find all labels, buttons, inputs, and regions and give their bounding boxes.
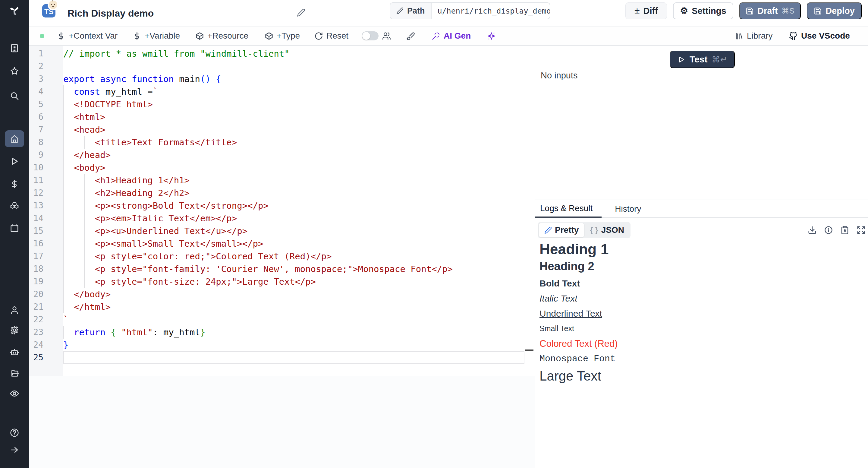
code-text[interactable]: ` [63, 313, 68, 326]
sidebar-item-dollar-icon[interactable] [0, 179, 29, 189]
expand-icon[interactable] [857, 226, 866, 235]
code-text[interactable]: <p style="color: red;">Colored Text (Red… [63, 250, 332, 263]
code-text[interactable]: <p style="font-family: 'Courier New', mo… [63, 263, 453, 275]
code-line[interactable]: 5 <!DOCTYPE html> [29, 98, 535, 111]
code-line[interactable]: 3export async function main() { [29, 73, 535, 85]
sidebar-item-calendar-icon[interactable] [0, 224, 29, 233]
sidebar-item-search-icon[interactable] [0, 91, 29, 101]
download-result-icon[interactable] [808, 226, 817, 235]
code-line[interactable]: 10 <body> [29, 161, 535, 174]
test-button[interactable]: Test ⌘↵ [670, 51, 735, 68]
code-text[interactable]: <h2>Heading 2</h2> [63, 187, 190, 199]
code-text[interactable]: // import * as wmill from "windmill-clie… [63, 47, 290, 60]
edit-title-pencil-icon[interactable] [297, 8, 305, 17]
code-text[interactable]: <p style="font-size: 24px;">Large Text</… [63, 275, 316, 288]
info-icon[interactable] [824, 226, 833, 235]
add-resource-button[interactable]: +Resource [195, 27, 248, 45]
sidebar-item-user-icon[interactable] [0, 305, 29, 315]
code-text[interactable]: </body> [63, 288, 111, 301]
save-draft-button[interactable]: Draft ⌘S [739, 2, 801, 19]
code-text[interactable]: <p><em>Italic Text</em></p> [63, 212, 237, 225]
code-line[interactable]: 2 [29, 60, 535, 73]
code-line[interactable]: 21 </html> [29, 301, 535, 313]
use-vscode-button[interactable]: Use VScode [789, 27, 850, 45]
sidebar-item-folder-open-icon[interactable] [0, 369, 29, 378]
code-text[interactable]: <head> [63, 123, 105, 136]
code-text[interactable]: <title>Text Formats</title> [63, 136, 237, 149]
code-line[interactable]: 17 <p style="color: red;">Colored Text (… [29, 250, 535, 263]
code-line[interactable]: 7 <head> [29, 123, 535, 136]
tab-history[interactable]: History [601, 200, 650, 218]
sidebar-item-home-icon[interactable] [5, 130, 24, 147]
path-field[interactable]: Path u/henri/rich_display_demo [390, 2, 550, 19]
code-line[interactable]: 24} [29, 339, 535, 351]
windmill-logo-icon[interactable] [0, 5, 29, 15]
settings-button[interactable]: ⚙ Settings [673, 2, 733, 19]
multiplayer-toggle[interactable] [362, 27, 378, 45]
json-view-button[interactable]: { } JSON [584, 223, 629, 237]
code-text[interactable]: export async function main() { [63, 73, 221, 85]
code-text[interactable]: <!DOCTYPE html> [63, 98, 153, 111]
add-context-var-button[interactable]: +Context Var [57, 27, 118, 45]
code-line[interactable]: 15 <p><u>Underlined Text</u></p> [29, 225, 535, 237]
toggle-switch[interactable] [362, 31, 378, 40]
code-line[interactable]: 12 <h2>Heading 2</h2> [29, 187, 535, 199]
code-text[interactable] [63, 351, 63, 364]
deploy-button[interactable]: Deploy [807, 2, 862, 19]
users-icon-button[interactable] [382, 27, 391, 45]
sidebar-item-boxes-icon[interactable] [0, 201, 29, 211]
code-text[interactable]: return { "html": my_html} [63, 326, 205, 339]
sparkles-button[interactable] [487, 27, 496, 45]
sidebar-item-star-icon[interactable] [0, 66, 29, 76]
line-number: 2 [29, 60, 63, 73]
add-type-button[interactable]: +Type [265, 27, 300, 45]
code-text[interactable]: </html> [63, 301, 111, 313]
code-text[interactable]: <body> [63, 161, 105, 174]
sidebar-item-arrow-right-icon[interactable] [0, 445, 29, 455]
sidebar-item-play-icon[interactable] [0, 156, 29, 166]
code-text[interactable] [63, 60, 63, 73]
code-line[interactable]: 16 <p><small>Small Text</small></p> [29, 237, 535, 250]
panel-resize-divider[interactable] [535, 46, 535, 468]
code-text[interactable]: <p><u>Underlined Text</u></p> [63, 225, 247, 237]
code-text[interactable]: </head> [63, 149, 111, 161]
sidebar-item-eye-icon[interactable] [0, 389, 29, 398]
code-editor[interactable]: 1// import * as wmill from "windmill-cli… [29, 46, 535, 468]
pretty-view-button[interactable]: Pretty [538, 223, 584, 237]
code-line[interactable]: 1// import * as wmill from "windmill-cli… [29, 47, 535, 60]
code-line[interactable]: 14 <p><em>Italic Text</em></p> [29, 212, 535, 225]
code-line[interactable]: 8 <title>Text Formats</title> [29, 136, 535, 149]
sidebar-item-building-icon[interactable] [0, 43, 29, 53]
code-text[interactable]: const my_html =` [63, 85, 158, 98]
sidebar-item-bot-icon[interactable] [0, 347, 29, 357]
code-text[interactable]: <p><strong>Bold Text</strong></p> [63, 199, 269, 212]
sidebar-item-gear-icon[interactable] [0, 325, 29, 335]
format-brush-button[interactable] [406, 27, 415, 45]
code-line[interactable]: 6 <html> [29, 111, 535, 123]
code-line[interactable]: 23 return { "html": my_html} [29, 326, 535, 339]
line-number: 17 [29, 250, 63, 263]
code-line[interactable]: 22` [29, 313, 535, 326]
code-text[interactable]: <html> [63, 111, 105, 123]
code-line[interactable]: 13 <p><strong>Bold Text</strong></p> [29, 199, 535, 212]
line-number: 11 [29, 174, 63, 187]
path-value[interactable]: u/henri/rich_display_demo [432, 3, 550, 19]
tab-logs-result[interactable]: Logs & Result [535, 200, 601, 218]
code-line[interactable]: 4 const my_html =` [29, 85, 535, 98]
code-line[interactable]: 18 <p style="font-family: 'Courier New',… [29, 263, 535, 275]
copy-clipboard-icon[interactable] [840, 226, 849, 235]
reset-button[interactable]: Reset [314, 27, 348, 45]
ai-gen-button[interactable]: AI Gen [432, 27, 471, 45]
code-line[interactable]: 11 <h1>Heading 1</h1> [29, 174, 535, 187]
code-line[interactable]: 19 <p style="font-size: 24px;">Large Tex… [29, 275, 535, 288]
add-variable-button[interactable]: +Variable [133, 27, 180, 45]
code-line[interactable]: 9 </head> [29, 149, 535, 161]
library-button[interactable]: Library [735, 27, 773, 45]
code-text[interactable]: <h1>Heading 1</h1> [63, 174, 190, 187]
code-text[interactable]: <p><small>Small Text</small></p> [63, 237, 263, 250]
code-text[interactable]: } [63, 339, 68, 351]
diff-button[interactable]: ± Diff [625, 2, 667, 19]
code-line[interactable]: 20 </body> [29, 288, 535, 301]
sidebar-item-help-icon[interactable] [0, 428, 29, 438]
code-line[interactable]: 25 [29, 351, 535, 364]
